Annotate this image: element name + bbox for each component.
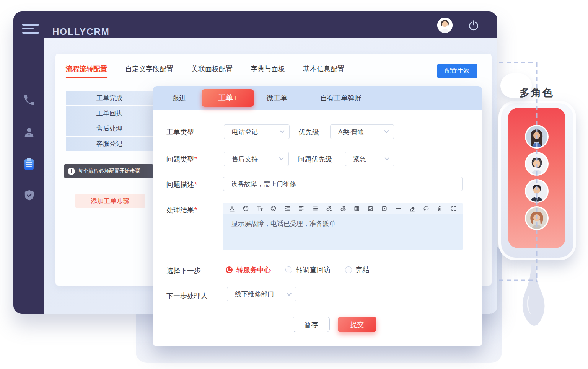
image-icon[interactable] <box>367 205 374 212</box>
add-step-button[interactable]: 添加工单步骤 <box>75 194 145 208</box>
font-style-icon[interactable] <box>228 205 235 212</box>
tab-dictionary-panel[interactable]: 字典与面板 <box>251 64 285 73</box>
issue-desc-input[interactable] <box>223 177 463 191</box>
radio-icon <box>285 266 292 273</box>
tab-custom-field-config[interactable]: 自定义字段配置 <box>125 64 173 73</box>
eraser-icon[interactable] <box>409 205 415 212</box>
security-shield-icon[interactable] <box>22 188 36 202</box>
contacts-icon[interactable] <box>22 125 36 139</box>
radio-transfer-survey-callback[interactable]: 转调查回访 <box>285 265 331 274</box>
priority-label: 优先级 <box>298 127 319 137</box>
page-tab-bar: 流程流转配置 自定义字段配置 关联面板配置 字典与面板 基本信息配置 <box>66 64 344 73</box>
next-step-label: 选择下一步 <box>166 266 201 275</box>
editor-toolbar <box>223 203 463 214</box>
divider-icon[interactable] <box>395 205 402 212</box>
radio-transfer-service-center[interactable]: 转服务中心 <box>226 265 271 274</box>
step-row[interactable]: 售后处理 <box>66 121 153 136</box>
drop-decoration <box>523 263 545 326</box>
color-palette-icon[interactable] <box>242 205 249 212</box>
female-headset-agent-avatar <box>525 152 549 176</box>
multi-role-label: 多角色 <box>520 86 554 100</box>
fullscreen-icon[interactable] <box>450 205 457 212</box>
phone-icon[interactable] <box>22 93 36 108</box>
chevron-down-icon <box>279 155 284 160</box>
radio-complete[interactable]: 完结 <box>345 265 370 274</box>
issue-priority-select[interactable]: 紧急 <box>345 152 394 166</box>
next-handler-label: 下一步处理人 <box>166 291 208 300</box>
result-label: 处理结果* <box>166 206 197 215</box>
chevron-down-icon <box>384 155 389 160</box>
role-panel-container <box>498 101 576 260</box>
link-add-icon[interactable] <box>326 205 332 212</box>
multi-role-panel <box>508 108 565 248</box>
next-handler-select[interactable]: 线下维修部门 <box>227 287 296 301</box>
female-redhead-agent-avatar <box>525 206 549 230</box>
delete-icon[interactable] <box>437 205 443 212</box>
emoji-icon[interactable] <box>270 205 277 212</box>
tab-micro-work-order[interactable]: 微工单 <box>267 86 287 110</box>
drop-highlight <box>527 295 531 315</box>
indent-icon[interactable] <box>284 205 291 212</box>
workflow-step-list: 工单完成 工单回执 售后处理 客服登记 <box>66 91 153 152</box>
work-order-modal: 跟进 工单+ 微工单 自有工单弹屏 工单类型 电话登记 优先级 A类-普通 问题… <box>153 86 482 346</box>
tab-process-flow-config[interactable]: 流程流转配置 <box>66 64 107 73</box>
female-agent-avatar <box>525 125 549 149</box>
step-row[interactable]: 工单完成 <box>66 91 153 105</box>
step-row[interactable]: 工单回执 <box>66 106 153 121</box>
chevron-down-icon <box>384 128 389 133</box>
tab-linked-panel-config[interactable]: 关联面板配置 <box>191 64 233 73</box>
menu-icon[interactable] <box>22 24 40 34</box>
table-icon[interactable] <box>353 205 360 212</box>
issue-type-select[interactable]: 售后支持 <box>224 152 289 166</box>
radio-icon <box>345 266 352 273</box>
tab-work-order-active[interactable]: 工单+ <box>202 89 254 107</box>
font-size-icon[interactable] <box>256 205 263 212</box>
save-draft-button[interactable]: 暂存 <box>293 317 330 332</box>
screenshot-canvas: HOLLYCRM <box>0 0 588 369</box>
chevron-down-icon <box>287 291 292 296</box>
power-icon[interactable] <box>468 20 479 31</box>
exclamation-icon: ! <box>68 168 75 175</box>
tab-own-work-order-popup[interactable]: 自有工单弹屏 <box>320 86 362 110</box>
video-icon[interactable] <box>381 205 388 212</box>
step-required-tooltip: ! 每个流程必须配置开始步骤 <box>64 164 153 178</box>
app-brand: HOLLYCRM <box>52 26 110 37</box>
step-row[interactable]: 客服登记 <box>66 137 153 151</box>
rich-text-editor: 显示屏故障，电话已受理，准备派单 <box>223 203 463 250</box>
tab-follow-up[interactable]: 跟进 <box>172 86 186 110</box>
undo-icon[interactable] <box>423 205 430 212</box>
next-step-radio-group: 转服务中心 转调查回访 完结 <box>226 265 370 274</box>
issue-desc-label: 问题描述* <box>166 180 197 189</box>
chevron-down-icon <box>280 128 285 133</box>
work-order-type-select[interactable]: 电话登记 <box>224 124 290 139</box>
link-remove-icon[interactable] <box>339 205 346 212</box>
list-icon[interactable] <box>312 205 319 212</box>
work-orders-clipboard-icon[interactable] <box>22 157 36 171</box>
radio-selected-icon <box>226 266 233 273</box>
modal-tab-bar: 跟进 工单+ 微工单 自有工单弹屏 <box>153 86 482 110</box>
align-icon[interactable] <box>298 205 305 212</box>
work-order-type-label: 工单类型 <box>166 127 194 137</box>
user-avatar[interactable] <box>437 18 453 33</box>
editor-content[interactable]: 显示屏故障，电话已受理，准备派单 <box>223 214 463 250</box>
priority-select[interactable]: A类-普通 <box>330 124 394 139</box>
apply-config-button[interactable]: 配置生效 <box>437 64 477 78</box>
issue-priority-label: 问题优先级 <box>298 155 332 164</box>
male-suit-agent-avatar <box>525 179 549 203</box>
submit-button[interactable]: 提交 <box>338 317 376 332</box>
tooltip-text: 每个流程必须配置开始步骤 <box>78 168 140 175</box>
editor-text: 显示屏故障，电话已受理，准备派单 <box>231 219 336 228</box>
issue-type-label: 问题类型* <box>166 155 197 164</box>
user-avatar-image <box>437 18 453 33</box>
tab-basic-info-config[interactable]: 基本信息配置 <box>303 64 344 73</box>
